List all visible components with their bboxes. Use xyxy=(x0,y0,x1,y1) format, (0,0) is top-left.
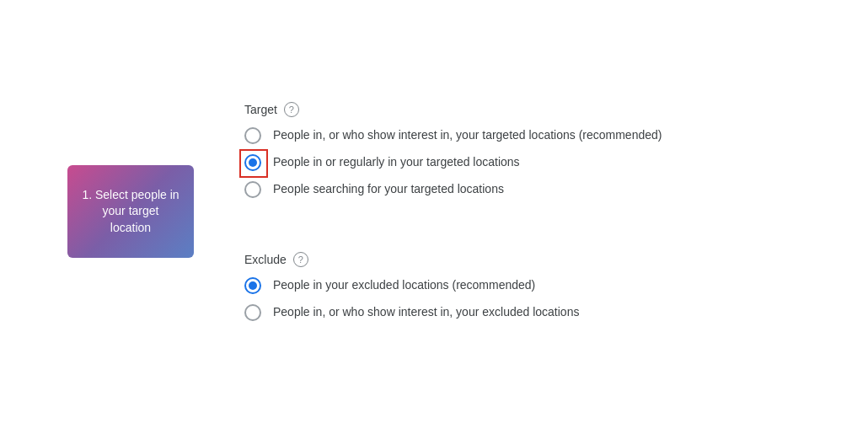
target-section-header: Target ? xyxy=(244,102,801,117)
target-heading: Target xyxy=(244,103,277,116)
target-help-icon[interactable]: ? xyxy=(284,102,299,117)
main-content: Target ? People in, or who show interest… xyxy=(244,102,801,321)
target-option-3-label: People searching for your targeted locat… xyxy=(273,181,504,198)
target-radio-1[interactable] xyxy=(244,127,261,144)
target-radio-3[interactable] xyxy=(244,181,261,198)
sidebar-step-text: 1. Select people in your target location xyxy=(81,187,180,237)
sidebar-step: 1. Select people in your target location xyxy=(67,165,194,258)
target-option-3[interactable]: People searching for your targeted locat… xyxy=(244,181,801,198)
target-section: Target ? People in, or who show interest… xyxy=(244,102,801,198)
exclude-option-1[interactable]: People in your excluded locations (recom… xyxy=(244,277,801,294)
exclude-radio-2[interactable] xyxy=(244,304,261,321)
exclude-option-1-label: People in your excluded locations (recom… xyxy=(273,277,535,294)
exclude-option-2-label: People in, or who show interest in, your… xyxy=(273,304,579,321)
target-option-1-label: People in, or who show interest in, your… xyxy=(273,127,662,144)
exclude-help-icon[interactable]: ? xyxy=(293,252,308,267)
page-container: 1. Select people in your target location… xyxy=(0,0,868,423)
target-radio-2[interactable] xyxy=(244,154,261,171)
target-option-1[interactable]: People in, or who show interest in, your… xyxy=(244,127,801,144)
exclude-heading: Exclude xyxy=(244,253,287,266)
exclude-option-2[interactable]: People in, or who show interest in, your… xyxy=(244,304,801,321)
step-number: 1. xyxy=(82,188,92,201)
target-option-2[interactable]: People in or regularly in your targeted … xyxy=(244,154,801,171)
step-label: Select people in your target location xyxy=(95,188,179,234)
section-divider xyxy=(244,218,801,232)
exclude-section: Exclude ? People in your excluded locati… xyxy=(244,252,801,321)
target-option-2-label: People in or regularly in your targeted … xyxy=(273,154,520,171)
exclude-section-header: Exclude ? xyxy=(244,252,801,267)
exclude-radio-1[interactable] xyxy=(244,277,261,294)
